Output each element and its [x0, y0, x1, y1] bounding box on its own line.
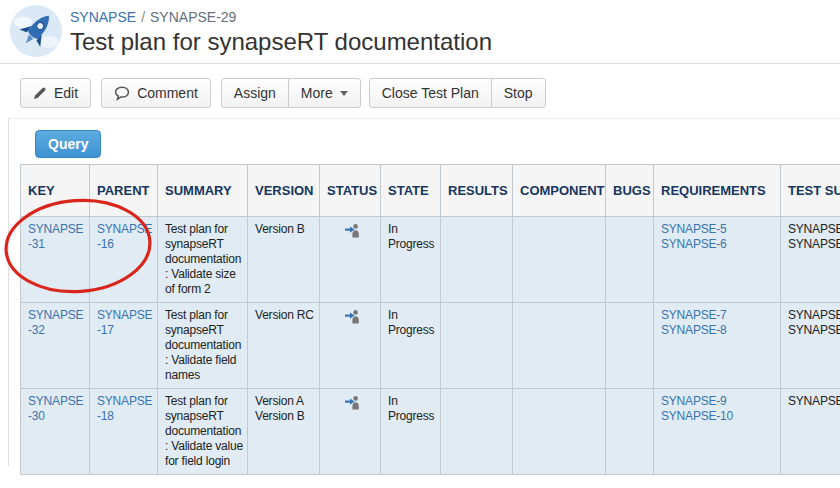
stop-button[interactable]: Stop [491, 78, 546, 108]
test-suite-text: SYNAPSE_ [788, 394, 840, 409]
column-header-summary: SUMMARY [158, 165, 248, 217]
requirement-link[interactable]: SYNAPSE-5 [661, 222, 776, 237]
rocket-icon [10, 5, 62, 57]
state-text: In Progress [388, 222, 434, 251]
column-header-component: COMPONENT [513, 165, 606, 217]
breadcrumb: SYNAPSE/SYNAPSE-29 [70, 9, 236, 25]
cell-bugs [606, 217, 654, 303]
cell-test-suites: SYNAPSE_SYNAPSE_ [781, 303, 840, 389]
issue-link[interactable]: SYNAPSE-30 [28, 394, 83, 423]
breadcrumb-separator: / [141, 9, 145, 25]
test-suite-text: SYNAPSE_ [788, 308, 840, 323]
cell-results [441, 303, 513, 389]
requirement-link[interactable]: SYNAPSE-7 [661, 308, 776, 323]
cell-requirements: SYNAPSE-7SYNAPSE-8 [654, 303, 781, 389]
stop-button-label: Stop [504, 85, 533, 101]
assignee-arrow-icon [344, 399, 360, 413]
speech-bubble-icon [114, 86, 130, 101]
column-header-key: KEY [21, 165, 90, 217]
cell-key: SYNAPSE-31 [21, 217, 90, 303]
column-header-test-suites: TEST SUITES [781, 165, 840, 217]
summary-text: Test plan for synapseRT documentation: V… [165, 222, 241, 296]
column-header-bugs: BUGS [606, 165, 654, 217]
summary-text: Test plan for synapseRT documentation: V… [165, 308, 241, 382]
cell-parent: SYNAPSE-16 [90, 217, 158, 303]
breadcrumb-project-link[interactable]: SYNAPSE [70, 9, 136, 25]
cell-version: Version RC [248, 303, 320, 389]
cell-key: SYNAPSE-30 [21, 389, 90, 475]
version-text: Version B [255, 222, 315, 237]
cell-results [441, 389, 513, 475]
edit-button[interactable]: Edit [20, 78, 91, 108]
comment-button-label: Comment [137, 85, 198, 101]
cell-test-suites: SYNAPSE_SYNAPSE_ [781, 217, 840, 303]
table-row: SYNAPSE-32 SYNAPSE-17 Test plan for syna… [21, 303, 840, 389]
more-dropdown-button[interactable]: More [288, 78, 361, 108]
requirement-link[interactable]: SYNAPSE-9 [661, 394, 776, 409]
summary-text: Test plan for synapseRT documentation: V… [165, 394, 243, 468]
cell-state: In Progress [381, 217, 441, 303]
column-header-state: STATE [381, 165, 441, 217]
test-suite-text: SYNAPSE_ [788, 237, 840, 252]
cell-status [320, 389, 381, 475]
breadcrumb-issue-key[interactable]: SYNAPSE-29 [150, 9, 236, 25]
cell-version: Version AVersion B [248, 389, 320, 475]
edit-button-label: Edit [54, 85, 78, 101]
cell-status [320, 303, 381, 389]
cell-version: Version B [248, 217, 320, 303]
cell-component [513, 217, 606, 303]
cell-requirements: SYNAPSE-9SYNAPSE-10 [654, 389, 781, 475]
screen: SYNAPSE/SYNAPSE-29 Test plan for synapse… [0, 0, 840, 488]
issue-link[interactable]: SYNAPSE-32 [28, 308, 83, 337]
cell-test-suites: SYNAPSE_ [781, 389, 840, 475]
cell-summary: Test plan for synapseRT documentation: V… [158, 217, 248, 303]
cell-status [320, 217, 381, 303]
issue-link[interactable]: SYNAPSE-17 [97, 308, 152, 337]
issue-link[interactable]: SYNAPSE-31 [28, 222, 83, 251]
column-header-requirements: REQUIREMENTS [654, 165, 781, 217]
page-title: Test plan for synapseRT documentation [70, 28, 492, 56]
assign-button-label: Assign [234, 85, 276, 101]
cell-bugs [606, 303, 654, 389]
cell-component [513, 303, 606, 389]
comment-button[interactable]: Comment [101, 78, 211, 108]
header-divider [0, 63, 840, 64]
query-button[interactable]: Query [35, 130, 101, 158]
toolbar: Edit Comment Assign More Close Test Plan [20, 78, 546, 108]
assignee-arrow-icon [344, 313, 360, 327]
pencil-icon [33, 86, 47, 100]
state-text: In Progress [388, 394, 434, 423]
cell-component [513, 389, 606, 475]
cell-parent: SYNAPSE-18 [90, 389, 158, 475]
requirement-link[interactable]: SYNAPSE-6 [661, 237, 776, 252]
table-row: SYNAPSE-31 SYNAPSE-16 Test plan for syna… [21, 217, 840, 303]
requirement-link[interactable]: SYNAPSE-8 [661, 323, 776, 338]
version-text: Version A [255, 394, 315, 409]
table-header-row: KEY PARENT SUMMARY VERSION STATUS STATE … [21, 165, 840, 217]
test-plans-table: KEY PARENT SUMMARY VERSION STATUS STATE … [20, 164, 840, 475]
chevron-down-icon [340, 91, 348, 96]
assign-button-group: Assign More [221, 78, 361, 108]
cell-parent: SYNAPSE-17 [90, 303, 158, 389]
cell-state: In Progress [381, 303, 441, 389]
requirement-link[interactable]: SYNAPSE-10 [661, 409, 776, 424]
cell-summary: Test plan for synapseRT documentation: V… [158, 303, 248, 389]
column-header-version: VERSION [248, 165, 320, 217]
issue-link[interactable]: SYNAPSE-16 [97, 222, 152, 251]
issue-link[interactable]: SYNAPSE-18 [97, 394, 152, 423]
test-suite-text: SYNAPSE_ [788, 323, 840, 338]
more-button-label: More [301, 85, 333, 101]
query-panel: Query KEY PARENT SUMMARY VERSION STATUS … [8, 118, 840, 466]
state-text: In Progress [388, 308, 434, 337]
cell-bugs [606, 389, 654, 475]
assignee-arrow-icon [344, 227, 360, 241]
column-header-results: RESULTS [441, 165, 513, 217]
assign-button[interactable]: Assign [221, 78, 289, 108]
workflow-button-group: Close Test Plan Stop [369, 78, 546, 108]
cell-results [441, 217, 513, 303]
close-test-plan-label: Close Test Plan [382, 85, 479, 101]
close-test-plan-button[interactable]: Close Test Plan [369, 78, 492, 108]
cell-key: SYNAPSE-32 [21, 303, 90, 389]
column-header-parent: PARENT [90, 165, 158, 217]
column-header-status: STATUS [320, 165, 381, 217]
